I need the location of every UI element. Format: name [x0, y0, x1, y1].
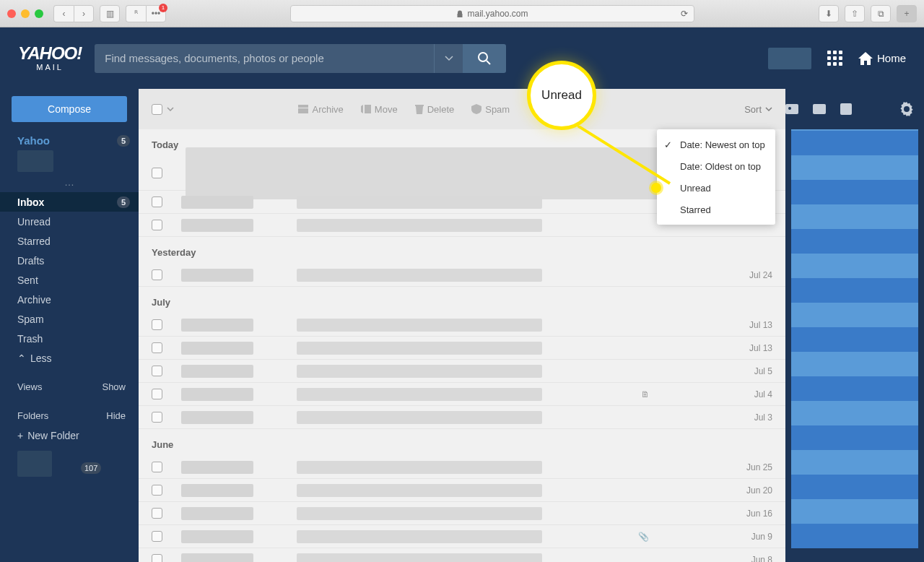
url-text: mail.yahoo.com: [467, 9, 528, 19]
chevron-down-icon[interactable]: [167, 107, 174, 111]
sender-blur: [181, 365, 253, 378]
subject-blur: [297, 365, 542, 378]
mail-row[interactable]: Jun 8: [139, 548, 785, 562]
search-icon: [477, 51, 492, 66]
less-toggle[interactable]: ⌃Less: [0, 348, 139, 368]
row-checkbox[interactable]: [152, 462, 162, 472]
sort-option[interactable]: Unread: [657, 177, 775, 199]
mail-row[interactable]: Jul 24: [139, 264, 785, 287]
row-checkbox[interactable]: [152, 319, 162, 330]
folders-row: Folders Hide: [0, 405, 139, 425]
ad-panel[interactable]: [791, 129, 918, 548]
yahoo-mail-logo[interactable]: YAHOO! MAIL: [18, 45, 82, 72]
row-checkbox[interactable]: [152, 389, 162, 399]
sort-option[interactable]: ✓Date: Newest on top: [657, 134, 775, 155]
reload-icon[interactable]: ⟳: [681, 9, 688, 19]
mail-row[interactable]: 🗎Jul 4: [139, 383, 785, 406]
mail-row[interactable]: Jun 16: [139, 502, 785, 525]
mail-row[interactable]: Jul 3: [139, 406, 785, 429]
folders-hide-link[interactable]: Hide: [106, 410, 126, 421]
tabs-button[interactable]: ⧉: [871, 5, 891, 22]
search-input[interactable]: [95, 44, 434, 73]
search-button[interactable]: [463, 44, 506, 73]
sender-blur: [181, 269, 253, 282]
row-checkbox[interactable]: [152, 196, 162, 207]
account-more-icon[interactable]: …: [0, 176, 139, 188]
content-panel: Archive Move Delete Spam Sort TodayYeste…: [139, 89, 785, 562]
sidebar-item-sent[interactable]: Sent: [0, 270, 139, 290]
contacts-icon[interactable]: [785, 104, 798, 114]
mail-date: Jul 13: [749, 343, 772, 353]
subject-blur: [297, 411, 542, 424]
reader-button[interactable]: ᴿ: [126, 5, 146, 22]
share-button[interactable]: ⇧: [845, 5, 865, 22]
views-show-link[interactable]: Show: [102, 381, 126, 392]
account-header[interactable]: Yahoo 5: [0, 131, 139, 150]
subject-blur: [297, 196, 542, 209]
sidebar-item-archive[interactable]: Archive: [0, 290, 139, 309]
search-dropdown-button[interactable]: [434, 44, 463, 73]
downloads-button[interactable]: ⬇: [819, 5, 839, 22]
sort-option[interactable]: Date: Oldest on top: [657, 155, 775, 177]
close-window-icon[interactable]: [7, 9, 16, 18]
app-body: Compose Yahoo 5 … Inbox5UnreadStarredDra…: [0, 89, 924, 562]
mail-date: Jun 16: [746, 509, 772, 519]
sidebar-item-spam[interactable]: Spam: [0, 309, 139, 329]
row-checkbox[interactable]: [152, 554, 162, 562]
row-checkbox[interactable]: [152, 485, 162, 496]
sort-button[interactable]: Sort: [744, 104, 772, 115]
spam-button[interactable]: Spam: [471, 104, 510, 115]
sidebar-item-inbox[interactable]: Inbox5: [0, 192, 139, 212]
notepad-icon[interactable]: [840, 103, 852, 115]
account-subitem-blur: [17, 150, 53, 172]
mail-date: Jul 13: [749, 320, 772, 330]
minimize-window-icon[interactable]: [21, 9, 30, 18]
sidebar-item-unread[interactable]: Unread: [0, 212, 139, 231]
row-checkbox[interactable]: [152, 168, 162, 178]
mail-row[interactable]: Jun 25: [139, 456, 785, 479]
sender-blur: [181, 388, 253, 401]
extensions-button[interactable]: ••• 1: [146, 5, 166, 22]
search-bar: [95, 44, 506, 73]
select-all-checkbox[interactable]: [152, 104, 162, 115]
row-checkbox[interactable]: [152, 269, 162, 280]
right-rail: [785, 89, 924, 562]
home-link[interactable]: Home: [858, 52, 906, 65]
forward-button[interactable]: ›: [74, 5, 94, 22]
mail-row[interactable]: Jul 5: [139, 360, 785, 383]
select-all[interactable]: [152, 104, 174, 115]
sidebar-toggle-button[interactable]: ▥: [100, 5, 120, 22]
address-bar[interactable]: mail.yahoo.com ⟳: [172, 5, 813, 22]
sidebar-item-starred[interactable]: Starred: [0, 231, 139, 251]
row-checkbox[interactable]: [152, 508, 162, 519]
move-button[interactable]: Move: [361, 104, 398, 115]
back-button[interactable]: ‹: [53, 5, 74, 22]
delete-button[interactable]: Delete: [415, 104, 455, 115]
row-checkbox[interactable]: [152, 531, 162, 542]
mail-row[interactable]: Jun 20: [139, 479, 785, 502]
row-checkbox[interactable]: [152, 366, 162, 376]
attachment-icon: 📎: [638, 532, 649, 542]
maximize-window-icon[interactable]: [35, 9, 43, 18]
gear-icon[interactable]: [899, 102, 914, 116]
mail-date: Jun 8: [751, 555, 772, 563]
row-checkbox[interactable]: [152, 412, 162, 423]
custom-folder-blur[interactable]: [17, 451, 52, 477]
mail-row[interactable]: Jul 13: [139, 337, 785, 360]
mail-row[interactable]: 📎Jun 9: [139, 525, 785, 548]
sender-blur: [181, 484, 253, 497]
archive-button[interactable]: Archive: [298, 104, 343, 115]
apps-grid-icon[interactable]: [827, 51, 842, 66]
mail-row[interactable]: Jul 13: [139, 314, 785, 337]
sidebar-item-drafts[interactable]: Drafts: [0, 251, 139, 270]
row-checkbox[interactable]: [152, 220, 162, 230]
sort-option[interactable]: Starred: [657, 199, 775, 220]
new-tab-button[interactable]: +: [897, 5, 917, 22]
new-folder-button[interactable]: +New Folder: [0, 425, 139, 445]
calendar-icon[interactable]: [813, 104, 826, 114]
row-checkbox[interactable]: [152, 342, 162, 353]
mail-date: Jun 25: [746, 462, 772, 472]
profile-avatar[interactable]: [768, 48, 811, 69]
compose-button[interactable]: Compose: [12, 96, 127, 122]
sidebar-item-trash[interactable]: Trash: [0, 329, 139, 348]
